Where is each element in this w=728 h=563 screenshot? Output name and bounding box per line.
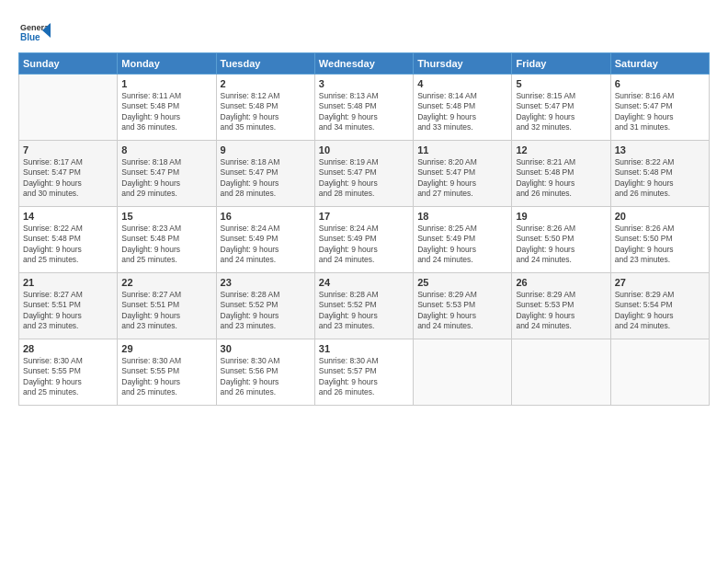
day-info: Sunrise: 8:26 AM Sunset: 5:50 PM Dayligh… xyxy=(615,224,705,266)
week-row-2: 14Sunrise: 8:22 AM Sunset: 5:48 PM Dayli… xyxy=(19,207,710,273)
logo-text: General Blue xyxy=(18,14,51,47)
day-number: 25 xyxy=(417,277,507,288)
calendar-cell: 27Sunrise: 8:29 AM Sunset: 5:54 PM Dayli… xyxy=(610,273,709,339)
day-number: 14 xyxy=(23,211,113,222)
day-number: 26 xyxy=(516,277,606,288)
day-info: Sunrise: 8:11 AM Sunset: 5:48 PM Dayligh… xyxy=(121,91,211,133)
calendar-cell: 24Sunrise: 8:28 AM Sunset: 5:52 PM Dayli… xyxy=(314,273,413,339)
calendar-cell: 23Sunrise: 8:28 AM Sunset: 5:52 PM Dayli… xyxy=(216,273,314,339)
calendar-cell: 14Sunrise: 8:22 AM Sunset: 5:48 PM Dayli… xyxy=(19,207,118,273)
day-info: Sunrise: 8:23 AM Sunset: 5:48 PM Dayligh… xyxy=(121,224,211,266)
calendar-cell: 1Sunrise: 8:11 AM Sunset: 5:48 PM Daylig… xyxy=(118,75,216,141)
logo-svg: General Blue xyxy=(18,14,51,47)
calendar-header: SundayMondayTuesdayWednesdayThursdayFrid… xyxy=(19,53,710,75)
calendar-cell: 20Sunrise: 8:26 AM Sunset: 5:50 PM Dayli… xyxy=(610,207,709,273)
day-info: Sunrise: 8:28 AM Sunset: 5:52 PM Dayligh… xyxy=(319,290,409,332)
day-number: 6 xyxy=(615,78,705,89)
calendar-cell: 21Sunrise: 8:27 AM Sunset: 5:51 PM Dayli… xyxy=(19,273,118,339)
day-number: 27 xyxy=(615,277,705,288)
day-number: 29 xyxy=(121,343,211,354)
calendar-cell: 3Sunrise: 8:13 AM Sunset: 5:48 PM Daylig… xyxy=(314,75,413,141)
calendar-cell: 6Sunrise: 8:16 AM Sunset: 5:47 PM Daylig… xyxy=(610,75,709,141)
calendar-cell xyxy=(512,339,610,406)
calendar-cell: 12Sunrise: 8:21 AM Sunset: 5:48 PM Dayli… xyxy=(512,141,610,207)
week-row-4: 28Sunrise: 8:30 AM Sunset: 5:55 PM Dayli… xyxy=(19,339,710,406)
day-number: 11 xyxy=(417,144,507,155)
day-info: Sunrise: 8:15 AM Sunset: 5:47 PM Dayligh… xyxy=(516,91,606,133)
day-number: 15 xyxy=(121,211,211,222)
calendar-cell: 30Sunrise: 8:30 AM Sunset: 5:56 PM Dayli… xyxy=(216,339,314,406)
header-cell-sunday: Sunday xyxy=(19,53,118,75)
day-info: Sunrise: 8:24 AM Sunset: 5:49 PM Dayligh… xyxy=(319,224,409,266)
day-info: Sunrise: 8:29 AM Sunset: 5:53 PM Dayligh… xyxy=(417,290,507,332)
day-info: Sunrise: 8:30 AM Sunset: 5:55 PM Dayligh… xyxy=(121,356,211,398)
day-info: Sunrise: 8:22 AM Sunset: 5:48 PM Dayligh… xyxy=(615,157,705,200)
header-cell-friday: Friday xyxy=(512,53,610,75)
calendar-body: 1Sunrise: 8:11 AM Sunset: 5:48 PM Daylig… xyxy=(19,75,710,406)
day-info: Sunrise: 8:24 AM Sunset: 5:49 PM Dayligh… xyxy=(221,224,311,266)
day-info: Sunrise: 8:18 AM Sunset: 5:47 PM Dayligh… xyxy=(121,157,211,200)
calendar-cell: 4Sunrise: 8:14 AM Sunset: 5:48 PM Daylig… xyxy=(414,75,512,141)
week-row-3: 21Sunrise: 8:27 AM Sunset: 5:51 PM Dayli… xyxy=(19,273,710,339)
calendar-cell: 13Sunrise: 8:22 AM Sunset: 5:48 PM Dayli… xyxy=(610,141,709,207)
day-info: Sunrise: 8:17 AM Sunset: 5:47 PM Dayligh… xyxy=(23,157,113,200)
calendar-cell: 16Sunrise: 8:24 AM Sunset: 5:49 PM Dayli… xyxy=(216,207,314,273)
header-cell-thursday: Thursday xyxy=(414,53,512,75)
day-number: 5 xyxy=(516,78,606,89)
day-number: 31 xyxy=(319,343,409,354)
day-number: 20 xyxy=(615,211,705,222)
day-number: 9 xyxy=(221,144,311,155)
logo: General Blue xyxy=(18,14,51,47)
day-info: Sunrise: 8:18 AM Sunset: 5:47 PM Dayligh… xyxy=(221,157,311,200)
day-number: 28 xyxy=(23,343,113,354)
day-info: Sunrise: 8:27 AM Sunset: 5:51 PM Dayligh… xyxy=(23,290,113,332)
calendar-cell: 7Sunrise: 8:17 AM Sunset: 5:47 PM Daylig… xyxy=(19,141,118,207)
header-cell-tuesday: Tuesday xyxy=(216,53,314,75)
day-info: Sunrise: 8:22 AM Sunset: 5:48 PM Dayligh… xyxy=(23,224,113,266)
header-cell-monday: Monday xyxy=(118,53,216,75)
svg-text:Blue: Blue xyxy=(20,32,40,42)
calendar-cell: 5Sunrise: 8:15 AM Sunset: 5:47 PM Daylig… xyxy=(512,75,610,141)
calendar-cell: 25Sunrise: 8:29 AM Sunset: 5:53 PM Dayli… xyxy=(414,273,512,339)
day-info: Sunrise: 8:29 AM Sunset: 5:53 PM Dayligh… xyxy=(516,290,606,332)
day-number: 16 xyxy=(221,211,311,222)
week-row-1: 7Sunrise: 8:17 AM Sunset: 5:47 PM Daylig… xyxy=(19,141,710,207)
calendar-table: SundayMondayTuesdayWednesdayThursdayFrid… xyxy=(18,52,710,406)
calendar-cell: 11Sunrise: 8:20 AM Sunset: 5:47 PM Dayli… xyxy=(414,141,512,207)
page: General Blue SundayMondayTuesdayWednesda… xyxy=(0,0,728,563)
calendar-cell: 18Sunrise: 8:25 AM Sunset: 5:49 PM Dayli… xyxy=(414,207,512,273)
day-number: 10 xyxy=(319,144,409,155)
day-info: Sunrise: 8:12 AM Sunset: 5:48 PM Dayligh… xyxy=(221,91,311,133)
calendar-cell: 17Sunrise: 8:24 AM Sunset: 5:49 PM Dayli… xyxy=(314,207,413,273)
calendar-cell: 26Sunrise: 8:29 AM Sunset: 5:53 PM Dayli… xyxy=(512,273,610,339)
day-number: 4 xyxy=(417,78,507,89)
day-number: 17 xyxy=(319,211,409,222)
day-info: Sunrise: 8:28 AM Sunset: 5:52 PM Dayligh… xyxy=(221,290,311,332)
day-number: 3 xyxy=(319,78,409,89)
day-info: Sunrise: 8:30 AM Sunset: 5:56 PM Dayligh… xyxy=(221,356,311,398)
day-info: Sunrise: 8:30 AM Sunset: 5:57 PM Dayligh… xyxy=(319,356,409,398)
day-info: Sunrise: 8:30 AM Sunset: 5:55 PM Dayligh… xyxy=(23,356,113,398)
calendar-cell: 28Sunrise: 8:30 AM Sunset: 5:55 PM Dayli… xyxy=(19,339,118,406)
header-cell-saturday: Saturday xyxy=(610,53,709,75)
day-number: 24 xyxy=(319,277,409,288)
day-number: 22 xyxy=(121,277,211,288)
calendar-cell xyxy=(19,75,118,141)
header-row: SundayMondayTuesdayWednesdayThursdayFrid… xyxy=(19,53,710,75)
calendar-cell xyxy=(610,339,709,406)
day-info: Sunrise: 8:27 AM Sunset: 5:51 PM Dayligh… xyxy=(121,290,211,332)
day-info: Sunrise: 8:16 AM Sunset: 5:47 PM Dayligh… xyxy=(615,91,705,133)
day-number: 18 xyxy=(417,211,507,222)
calendar-cell: 29Sunrise: 8:30 AM Sunset: 5:55 PM Dayli… xyxy=(118,339,216,406)
day-info: Sunrise: 8:19 AM Sunset: 5:47 PM Dayligh… xyxy=(319,157,409,200)
calendar-cell: 10Sunrise: 8:19 AM Sunset: 5:47 PM Dayli… xyxy=(314,141,413,207)
day-number: 1 xyxy=(121,78,211,89)
day-info: Sunrise: 8:25 AM Sunset: 5:49 PM Dayligh… xyxy=(417,224,507,266)
day-number: 8 xyxy=(121,144,211,155)
calendar-cell: 2Sunrise: 8:12 AM Sunset: 5:48 PM Daylig… xyxy=(216,75,314,141)
calendar-cell: 15Sunrise: 8:23 AM Sunset: 5:48 PM Dayli… xyxy=(118,207,216,273)
calendar-cell: 19Sunrise: 8:26 AM Sunset: 5:50 PM Dayli… xyxy=(512,207,610,273)
day-info: Sunrise: 8:13 AM Sunset: 5:48 PM Dayligh… xyxy=(319,91,409,133)
day-number: 21 xyxy=(23,277,113,288)
day-info: Sunrise: 8:14 AM Sunset: 5:48 PM Dayligh… xyxy=(417,91,507,133)
